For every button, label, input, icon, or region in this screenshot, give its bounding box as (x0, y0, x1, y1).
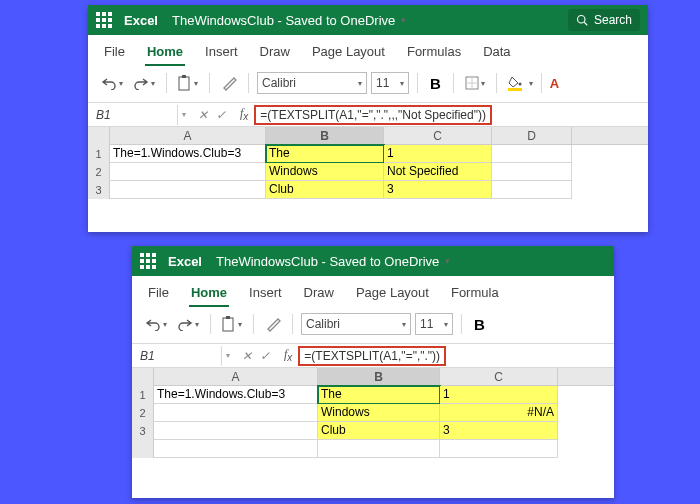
tab-page-layout[interactable]: Page Layout (310, 41, 387, 66)
cell-b2[interactable]: Windows (318, 404, 440, 422)
fill-color-button[interactable] (505, 74, 525, 93)
font-name-select[interactable]: Calibri▾ (301, 313, 411, 335)
cell-c3[interactable]: 3 (440, 422, 558, 440)
col-header-d[interactable]: D (492, 127, 572, 144)
tab-draw[interactable]: Draw (258, 41, 292, 66)
col-header-c[interactable]: C (384, 127, 492, 144)
font-size-select[interactable]: 11▾ (415, 313, 453, 335)
col-header-a[interactable]: A (110, 127, 266, 144)
col-header-a[interactable]: A (154, 368, 318, 385)
cell-c3[interactable]: 3 (384, 181, 492, 199)
ribbon-tabs: File Home Insert Draw Page Layout Formul… (88, 35, 648, 68)
tab-formulas[interactable]: Formulas (405, 41, 463, 66)
tab-insert[interactable]: Insert (247, 282, 284, 307)
cell-b2[interactable]: Windows (266, 163, 384, 181)
cell-a4[interactable] (154, 440, 318, 458)
cancel-formula-icon[interactable]: ✕ (242, 349, 252, 363)
tab-page-layout[interactable]: Page Layout (354, 282, 431, 307)
fx-icon[interactable]: fx (278, 347, 298, 363)
format-painter-button[interactable] (262, 314, 284, 334)
tab-home[interactable]: Home (189, 282, 229, 307)
col-header-b[interactable]: B (318, 368, 440, 385)
row-header[interactable]: 1 (132, 386, 154, 404)
row-header[interactable]: 2 (132, 404, 154, 422)
row-header[interactable]: 2 (88, 163, 110, 181)
cell-a1[interactable]: The=1.Windows.Club=3 (110, 145, 266, 163)
cell-c2[interactable]: Not Specified (384, 163, 492, 181)
row-header[interactable]: 3 (88, 181, 110, 199)
formula-input[interactable]: =(TEXTSPLIT(A1,"=",".")) (298, 346, 446, 366)
row-3: 3 Club 3 (132, 422, 614, 440)
cell-b1[interactable]: The (266, 145, 384, 163)
document-title[interactable]: TheWindowsClub - Saved to OneDrive ▼ (172, 13, 407, 28)
search-box[interactable]: Search (568, 9, 640, 31)
namebox-dropdown-icon[interactable]: ▾ (222, 351, 234, 360)
chevron-down-icon: ▼ (443, 257, 451, 266)
enter-formula-icon[interactable]: ✓ (216, 108, 226, 122)
svg-rect-8 (223, 318, 233, 331)
tab-draw[interactable]: Draw (302, 282, 336, 307)
tab-insert[interactable]: Insert (203, 41, 240, 66)
tab-formulas[interactable]: Formula (449, 282, 501, 307)
redo-button[interactable]: ▾ (174, 315, 202, 333)
enter-formula-icon[interactable]: ✓ (260, 349, 270, 363)
tab-home[interactable]: Home (145, 41, 185, 66)
col-header-c[interactable]: C (440, 368, 558, 385)
excel-window-1: Excel TheWindowsClub - Saved to OneDrive… (88, 5, 648, 232)
select-all-corner[interactable] (88, 127, 110, 145)
cell-c1[interactable]: 1 (440, 386, 558, 404)
redo-button[interactable]: ▾ (130, 74, 158, 92)
cell-b1[interactable]: The (318, 386, 440, 404)
cell-d2[interactable] (492, 163, 572, 181)
document-title[interactable]: TheWindowsClub - Saved to OneDrive ▼ (216, 254, 451, 269)
select-all-corner[interactable] (132, 368, 154, 386)
name-box[interactable]: B1 (132, 346, 222, 366)
row-header[interactable]: 1 (88, 145, 110, 163)
app-launcher-icon[interactable] (96, 12, 112, 28)
cell-d1[interactable] (492, 145, 572, 163)
cell-b3[interactable]: Club (318, 422, 440, 440)
font-size-select[interactable]: 11▾ (371, 72, 409, 94)
cell-b3[interactable]: Club (266, 181, 384, 199)
cell-c2[interactable]: #N/A (440, 404, 558, 422)
font-color-button[interactable]: A (550, 76, 559, 91)
chevron-down-icon: ▼ (399, 16, 407, 25)
cell-d3[interactable] (492, 181, 572, 199)
formula-input[interactable]: =(TEXTSPLIT(A1,"=",".",,,"Not Specified"… (254, 105, 492, 125)
app-name: Excel (168, 254, 202, 269)
paste-button[interactable]: ▾ (175, 73, 201, 93)
spreadsheet-grid: A B C D 1 The=1.Windows.Club=3 The 1 2 W… (88, 127, 648, 199)
ribbon-toolbar: ▾ ▾ ▾ Calibri▾ 11▾ B ▾ ▾ A (88, 68, 648, 103)
cell-a2[interactable] (110, 163, 266, 181)
cell-c1[interactable]: 1 (384, 145, 492, 163)
row-header[interactable] (132, 440, 154, 458)
app-launcher-icon[interactable] (140, 253, 156, 269)
fx-icon[interactable]: fx (234, 106, 254, 122)
undo-button[interactable]: ▾ (142, 315, 170, 333)
paste-button[interactable]: ▾ (219, 314, 245, 334)
tab-file[interactable]: File (146, 282, 171, 307)
cell-a1[interactable]: The=1.Windows.Club=3 (154, 386, 318, 404)
bold-button[interactable]: B (470, 316, 489, 333)
cell-a3[interactable] (110, 181, 266, 199)
row-header[interactable]: 3 (132, 422, 154, 440)
format-painter-button[interactable] (218, 73, 240, 93)
cell-c4[interactable] (440, 440, 558, 458)
tab-data[interactable]: Data (481, 41, 512, 66)
font-name-select[interactable]: Calibri▾ (257, 72, 367, 94)
cell-b4[interactable] (318, 440, 440, 458)
cell-a2[interactable] (154, 404, 318, 422)
name-box[interactable]: B1 (88, 105, 178, 125)
tab-file[interactable]: File (102, 41, 127, 66)
cancel-formula-icon[interactable]: ✕ (198, 108, 208, 122)
undo-button[interactable]: ▾ (98, 74, 126, 92)
cell-a3[interactable] (154, 422, 318, 440)
bold-button[interactable]: B (426, 75, 445, 92)
col-header-b[interactable]: B (266, 127, 384, 144)
titlebar: Excel TheWindowsClub - Saved to OneDrive… (88, 5, 648, 35)
svg-point-0 (577, 16, 585, 24)
svg-rect-2 (179, 77, 189, 90)
namebox-dropdown-icon[interactable]: ▾ (178, 110, 190, 119)
bucket-icon (508, 76, 522, 87)
borders-button[interactable]: ▾ (462, 74, 488, 92)
